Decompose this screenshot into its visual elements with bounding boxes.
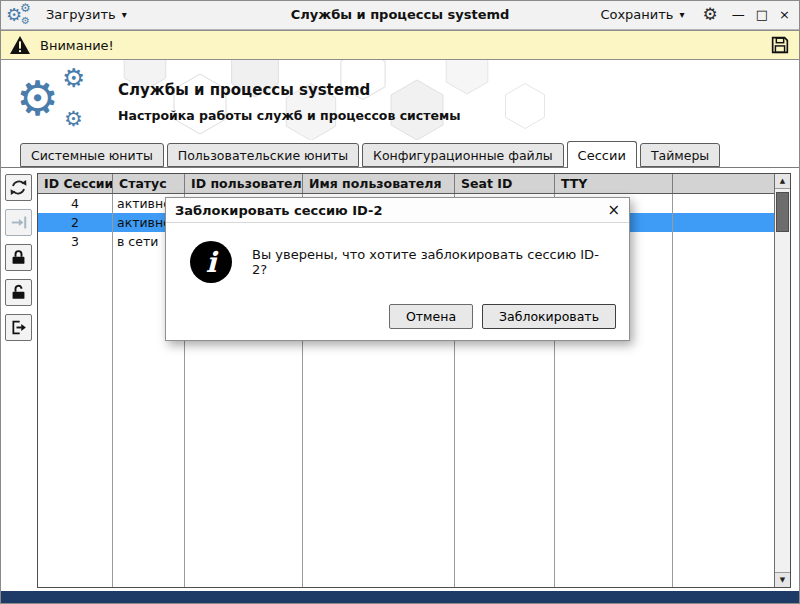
lock-session-button[interactable]	[5, 244, 32, 271]
unlock-session-button[interactable]	[5, 279, 32, 306]
column-header-status[interactable]: Статус	[113, 174, 185, 193]
cell-session-id: 2	[38, 213, 113, 232]
lock-icon	[9, 248, 28, 267]
enter-session-icon	[9, 213, 28, 232]
dialog-titlebar: Заблокировать сессию ID-2 ×	[166, 198, 629, 223]
load-menu-button[interactable]: Загрузить ▾	[42, 4, 131, 25]
dialog-title: Заблокировать сессию ID-2	[175, 203, 383, 218]
app-header: ⚙ ⚙ ⚙ Службы и процессы systemd Настройк…	[0, 60, 800, 140]
floppy-disk-icon	[769, 34, 791, 56]
vertical-scrollbar[interactable]: ▲ ▼	[774, 174, 790, 587]
lock-confirm-button[interactable]: Заблокировать	[482, 304, 616, 329]
gear-icon: ⚙	[21, 16, 30, 26]
terminate-session-button[interactable]	[5, 314, 32, 341]
bottom-bar	[0, 591, 800, 604]
hexagon-pattern	[105, 60, 585, 140]
arrow-up-icon: ▲	[780, 177, 785, 185]
settings-gear-icon[interactable]: ⚙	[703, 6, 718, 23]
page-subtitle: Настройка работы служб и процессов систе…	[118, 108, 460, 123]
cell-session-id: 4	[38, 194, 113, 213]
table-header-row: ID Сессии Статус ID пользователя Имя пол…	[38, 174, 774, 194]
save-menu-button[interactable]: Сохранить ▾	[596, 4, 688, 25]
cancel-button[interactable]: Отмена	[389, 304, 473, 329]
scrollbar-thumb[interactable]	[776, 192, 789, 232]
session-toolbar	[5, 174, 32, 341]
refresh-icon	[9, 178, 28, 197]
dialog-message: Вы уверены, что хотите заблокировать сес…	[252, 247, 613, 277]
save-menu-label: Сохранить	[600, 7, 673, 22]
column-header-session-id[interactable]: ID Сессии	[38, 174, 113, 193]
refresh-button[interactable]	[5, 174, 32, 201]
warning-icon	[9, 35, 31, 55]
scrollbar-up-button[interactable]: ▲	[775, 174, 790, 189]
window-controls: — □ ×	[732, 8, 790, 21]
logout-icon	[9, 318, 28, 337]
column-header-empty	[673, 174, 774, 193]
unlock-icon	[9, 283, 28, 302]
chevron-down-icon: ▾	[122, 10, 127, 20]
gear-icon: ⚙	[64, 109, 83, 130]
window-title: Службы и процессы systemd	[291, 7, 510, 22]
save-to-file-button[interactable]	[769, 34, 791, 56]
tab-user-units[interactable]: Пользовательские юниты	[167, 143, 359, 167]
dialog-buttons: Отмена Заблокировать	[389, 304, 616, 329]
cell-session-id: 3	[38, 232, 113, 251]
gear-icon: ⚙	[62, 65, 85, 91]
tab-system-units[interactable]: Системные юниты	[20, 143, 164, 167]
warning-label: Внимание!	[40, 38, 114, 53]
tab-sessions[interactable]: Сессии	[567, 141, 637, 168]
gear-icon: ⚙	[16, 74, 59, 122]
app-gears-logo: ⚙ ⚙ ⚙	[16, 62, 111, 138]
window-titlebar: ⚙ ⚙ ⚙ Загрузить ▾ Службы и процессы syst…	[0, 0, 800, 30]
minimize-button[interactable]: —	[732, 8, 745, 21]
tab-config-files[interactable]: Конфигурационные файлы	[362, 143, 564, 167]
arrow-down-icon: ▼	[780, 576, 785, 584]
activate-session-button[interactable]	[5, 209, 32, 236]
scrollbar-down-button[interactable]: ▼	[775, 572, 790, 587]
gear-icon: ⚙	[20, 2, 31, 14]
column-header-tty[interactable]: TTY	[555, 174, 673, 193]
app-logo: ⚙ ⚙ ⚙	[6, 2, 34, 28]
chevron-down-icon: ▾	[680, 10, 685, 20]
warning-bar: Внимание!	[0, 30, 800, 60]
column-header-username[interactable]: Имя пользователя	[303, 174, 455, 193]
info-icon: i	[190, 241, 232, 283]
column-header-user-id[interactable]: ID пользователя	[185, 174, 303, 193]
column-header-seat-id[interactable]: Seat ID	[455, 174, 555, 193]
tab-bar: Системные юниты Пользовательские юниты К…	[0, 140, 800, 168]
close-button[interactable]: ×	[779, 8, 790, 21]
load-menu-label: Загрузить	[46, 7, 116, 22]
dialog-body: i Вы уверены, что хотите заблокировать с…	[166, 223, 629, 283]
lock-session-dialog: Заблокировать сессию ID-2 × i Вы уверены…	[165, 197, 630, 341]
tab-timers[interactable]: Таймеры	[640, 143, 720, 167]
page-title: Службы и процессы systemd	[118, 81, 370, 99]
maximize-button[interactable]: □	[756, 8, 768, 21]
dialog-close-button[interactable]: ×	[607, 203, 620, 218]
